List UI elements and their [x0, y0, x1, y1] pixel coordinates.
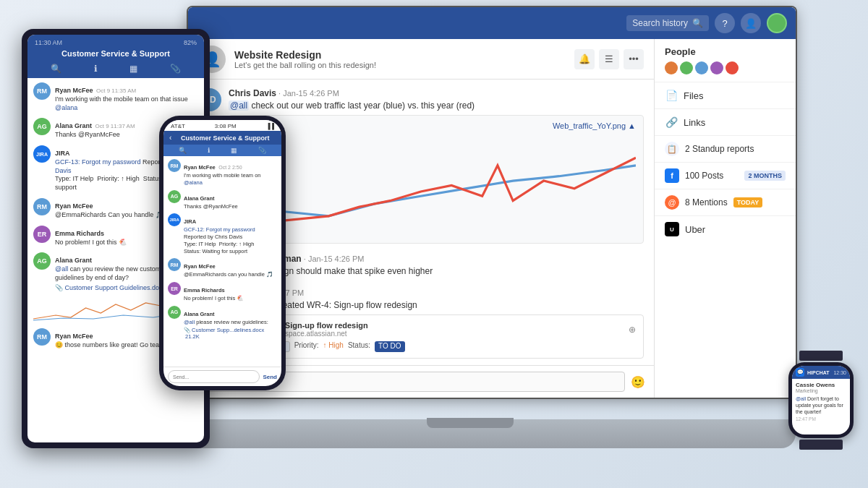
chat-header-actions: 🔔 ☰ •••: [574, 49, 644, 69]
phone-message-input[interactable]: [168, 370, 260, 383]
help-button[interactable]: ?: [715, 13, 735, 33]
file-attachment[interactable]: 📎 Customer Supp...delines.docx 21.2K: [184, 327, 277, 340]
files-icon: 📄: [665, 90, 678, 101]
msg-body: Alana Grant Thanks @RyanMcFee: [184, 190, 277, 210]
watch-content: Cassie Owens Marketing @all Don't forget…: [792, 379, 850, 435]
phone-info-icon[interactable]: ℹ: [208, 147, 210, 154]
mention-tag: @alana: [184, 179, 203, 186]
avatar: AG: [33, 118, 51, 135]
msg-meta: Emma Bowerman · Jan-15 4:26 PM: [229, 254, 644, 264]
avatar: AG: [33, 252, 51, 270]
tablet-time: 11:30 AM: [35, 39, 62, 46]
msg-body: Ryan McFee Oct 9 11:35 AM I'm working wi…: [55, 82, 198, 112]
uber-icon: U: [665, 222, 679, 236]
phone-send-button[interactable]: Send: [263, 374, 277, 380]
avatar: RM: [33, 82, 51, 100]
jira-link[interactable]: GCF-13: Forgot my password: [55, 158, 141, 166]
standup-icon: 📋: [665, 142, 679, 156]
watch-device: 💬 HIPCHAT 12:30 Cassie Owens Marketing @…: [781, 351, 861, 445]
wr-status-badge: TO DO: [375, 341, 404, 352]
avatar: RM: [33, 328, 51, 346]
msg-text: No problem! I got this 🐔: [184, 295, 277, 302]
search-box[interactable]: Search history 🔍: [626, 15, 709, 31]
msg-body: JIRA GCF-12: Forgot my password Reported…: [184, 213, 277, 254]
person-avatar-4: [710, 61, 723, 74]
phone-grid-icon[interactable]: ▦: [231, 147, 237, 154]
tablet-header: 11:30 AM 82% Customer Service & Support …: [27, 35, 204, 78]
msg-author: Emma Richards: [184, 287, 225, 294]
sidebar-links[interactable]: 🔗 Links: [655, 109, 796, 136]
list-item: JIRA JIRA GCF-12: Forgot my password Rep…: [168, 213, 277, 254]
tablet-info-icon[interactable]: ℹ: [94, 64, 98, 74]
laptop-notch: [427, 418, 514, 428]
wr-priority-value: ↑ High: [323, 341, 344, 352]
sidebar-standup[interactable]: 📋 2 Standup reports: [655, 136, 796, 163]
phone-messages: RM Ryan McFee Oct 2 2:50 I'm working wit…: [163, 156, 281, 367]
mention-tag: @alana: [55, 104, 77, 111]
posts-label: 100 Posts: [685, 171, 739, 181]
avatar: AG: [168, 190, 181, 203]
phone-search-icon[interactable]: 🔍: [179, 147, 187, 154]
watch-screen: 💬 HIPCHAT 12:30 Cassie Owens Marketing @…: [792, 366, 850, 435]
emoji-button[interactable]: 🙂: [631, 375, 645, 389]
people-title: People: [665, 46, 786, 57]
notification-button[interactable]: 🔔: [574, 49, 595, 69]
msg-body: Emma Richards No problem! I got this 🐔: [184, 282, 277, 302]
jira-link[interactable]: GCF-12: Forgot my password: [184, 226, 255, 233]
person-avatar-1: [665, 61, 678, 74]
avatar: ER: [33, 226, 51, 243]
sidebar-files[interactable]: 📄 Files: [655, 82, 796, 109]
msg-text: and our redesign should make that spike …: [229, 265, 644, 278]
watch-timestamp: 12:47 PM: [796, 416, 846, 421]
msg-author: Alana Grant: [55, 122, 92, 129]
people-section: People: [655, 39, 796, 82]
phone-input-area: Send: [163, 367, 281, 386]
sidebar-mentions[interactable]: @ 8 Mentions TODAY: [655, 189, 796, 216]
wr-expand[interactable]: ⊕: [629, 325, 636, 335]
mention-tag: @all: [229, 100, 249, 111]
phone-attach-icon[interactable]: 📎: [258, 147, 266, 154]
search-icon: 🔍: [692, 18, 703, 28]
facebook-icon: f: [665, 168, 679, 183]
msg-text: @all please review new guidelines:: [184, 319, 277, 326]
msg-author: Ryan McFee: [55, 87, 93, 94]
msg-author: Ryan McFee: [184, 263, 216, 270]
phone-channel-title: Customer Service & Support: [174, 134, 276, 142]
more-button[interactable]: •••: [624, 49, 644, 69]
person-avatar-5: [726, 61, 739, 74]
chart-container: Web_traffic_YoY.png ▲ 23K: [229, 115, 644, 244]
mentions-label: 8 Mentions: [685, 197, 728, 207]
avatar: RM: [33, 198, 51, 215]
msg-author: Alana Grant: [184, 311, 215, 317]
msg-text: I'm working with the mobile team on that…: [55, 95, 198, 112]
msg-body: Alana Grant @all please review new guide…: [184, 306, 277, 340]
people-avatars: [665, 61, 786, 74]
mention-tag: @all: [55, 265, 68, 273]
phone-status-bar: AT&T 3:08 PM ▐▐: [163, 120, 281, 131]
msg-author: Emma Richards: [55, 230, 104, 237]
user-avatar-icon[interactable]: 👤: [741, 13, 761, 33]
phone-device: AT&T 3:08 PM ▐▐ ‹ Customer Service & Sup…: [159, 116, 286, 390]
tablet-grid-icon[interactable]: ▦: [129, 64, 137, 74]
watch-strap-top: [799, 351, 843, 361]
sidebar-uber[interactable]: U Uber: [655, 216, 796, 242]
watch-message: @all Don't forget to update your goals f…: [796, 395, 846, 415]
message-content: RA · Jan-15 4:27 PM Chris Davis created …: [229, 288, 644, 359]
links-icon: 🔗: [665, 116, 678, 128]
list-item: ER Emma Richards No problem! I got this …: [168, 282, 277, 302]
wr-header: WR WR-4: Sign-up flow redesign teamsinsp…: [237, 321, 636, 338]
app-header: Search history 🔍 ? 👤: [188, 7, 796, 39]
chart-filename: Web_traffic_YoY.png ▲: [237, 121, 636, 130]
laptop-body: [145, 419, 796, 448]
tablet-battery: 82%: [184, 39, 197, 46]
phone-back-button[interactable]: ‹: [169, 134, 171, 142]
watch-user-role: Marketing: [796, 388, 846, 393]
avatar: AG: [168, 306, 181, 319]
tablet-attach-icon[interactable]: 📎: [170, 64, 181, 74]
sidebar-posts[interactable]: f 100 Posts 2 MONTHS: [655, 163, 796, 189]
list-item: RM Ryan McFee @EmmaRichards can you hand…: [168, 258, 277, 278]
menu-button[interactable]: ☰: [599, 49, 619, 69]
tablet-search-icon[interactable]: 🔍: [51, 64, 61, 74]
message-content: Emma Bowerman · Jan-15 4:26 PM and our r…: [229, 254, 644, 278]
phone-screen: AT&T 3:08 PM ▐▐ ‹ Customer Service & Sup…: [163, 120, 281, 386]
